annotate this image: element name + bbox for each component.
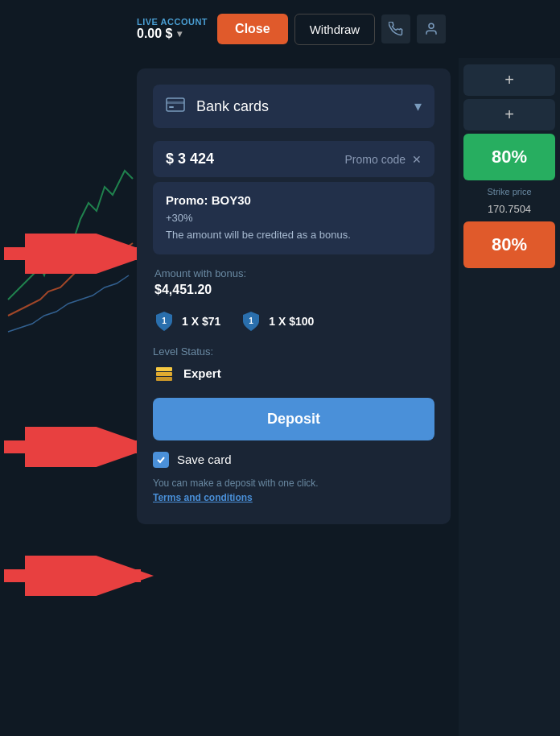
expert-level-icon [153,362,175,385]
plus-btn-2[interactable]: + [463,99,555,130]
svg-text:1: 1 [162,316,167,325]
svg-rect-13 [156,372,172,376]
live-account-label: LIVE ACCOUNT [137,17,208,27]
header: LIVE ACCOUNT 0.00 $ ▾ Close Withdraw [0,0,560,58]
strike-price-label: Strike price [463,184,555,200]
level-label: Level Status: [153,345,434,358]
payment-method-dropdown[interactable]: Bank cards ▾ [153,85,434,128]
orange-pct-btn[interactable]: 80% [463,221,555,268]
live-account-section: LIVE ACCOUNT 0.00 $ ▾ [137,17,208,41]
badge-text-2: 1 X $100 [269,315,314,328]
badge-item-1: 1 1 X $71 [153,310,220,333]
deposit-button[interactable]: Deposit [153,398,434,440]
bonus-label: Amount with bonus: [154,267,434,279]
level-section: Level Status: Expert [153,345,434,385]
live-account-value: 0.00 $ ▾ [137,27,208,41]
save-card-row: Save card [153,452,434,468]
withdraw-button[interactable]: Withdraw [294,14,376,45]
amount-row: $ 3 424 Promo code ✕ [153,141,434,177]
level-row: Expert [153,362,434,385]
svg-rect-7 [167,98,184,111]
svg-rect-9 [169,106,174,108]
bank-card-icon [166,96,185,117]
save-card-label: Save card [177,453,232,466]
badge-item-2: 1 1 X $100 [240,310,314,333]
promo-section: Promo code ✕ [345,153,422,166]
dropdown-chevron-icon: ▾ [414,97,422,115]
bonus-section: Amount with bonus: $4,451.20 [153,267,434,297]
svg-rect-12 [156,377,172,381]
payment-method-label: Bank cards [196,98,414,115]
save-card-checkbox[interactable] [153,452,169,468]
footer-text: You can make a deposit with one click. T… [153,476,434,505]
promo-info-box: Promo: BOY30 +30% The amount will be cre… [153,182,434,254]
close-button[interactable]: Close [217,14,288,44]
level-text: Expert [183,366,221,380]
amount-value[interactable]: $ 3 424 [166,151,345,167]
chevron-down-icon[interactable]: ▾ [177,28,182,39]
svg-rect-8 [167,101,184,104]
promo-description: The amount will be credited as a bonus. [166,227,422,243]
terms-link[interactable]: Terms and conditions [153,492,253,503]
badge-row: 1 1 X $71 1 1 X $100 [153,310,434,333]
svg-text:1: 1 [249,316,253,325]
promo-title: Promo: BOY30 [166,193,422,207]
arrow-deposit [0,556,161,596]
green-pct-btn[interactable]: 80% [463,134,555,180]
promo-percent: +30% [166,212,422,224]
bonus-amount: $4,451.20 [154,283,434,297]
chart-svg [0,58,137,380]
promo-code-label: Promo code [345,153,406,166]
svg-rect-14 [156,367,172,371]
user-icon[interactable] [417,14,446,43]
right-sidebar: + + 80% Strike price 170.7504 80% [459,58,560,736]
shield-badge-icon-1: 1 [153,310,175,333]
checkbox-check-icon [156,455,166,465]
promo-close-icon[interactable]: ✕ [412,153,422,166]
plus-btn-1[interactable]: + [463,64,555,96]
strike-price-value: 170.7504 [463,203,555,218]
deposit-modal: Bank cards ▾ $ 3 424 Promo code ✕ Promo:… [137,68,451,524]
phone-icon[interactable] [381,14,410,43]
svg-point-0 [429,23,434,28]
badge-text-1: 1 X $71 [182,315,220,328]
shield-badge-icon-2: 1 [240,310,262,333]
